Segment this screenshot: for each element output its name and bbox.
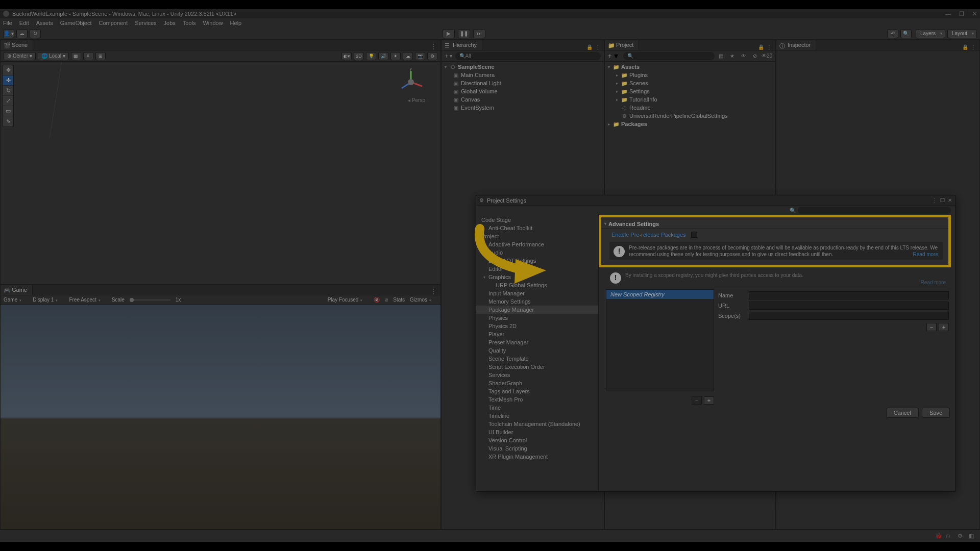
- gizmos-toggle[interactable]: Gizmos: [410, 297, 437, 303]
- menu-file[interactable]: File: [3, 20, 12, 26]
- hierarchy-tab[interactable]: ☰ Hierarchy: [442, 40, 482, 50]
- menu-window[interactable]: Window: [203, 20, 223, 26]
- read-more-link[interactable]: Read more: [913, 252, 938, 258]
- grid-icon[interactable]: ▦: [71, 52, 81, 60]
- modal-close-button[interactable]: ✕: [948, 197, 952, 203]
- settings-category-graphics[interactable]: ▾Graphics: [476, 273, 598, 281]
- settings-category-script-execution-order[interactable]: Script Execution Order: [476, 363, 598, 371]
- settings-category-ui-builder[interactable]: UI Builder: [476, 428, 598, 436]
- advanced-settings-header[interactable]: Advanced Settings: [608, 221, 659, 227]
- inspector-lock-icon[interactable]: 🔒: [962, 44, 968, 50]
- menu-help[interactable]: Help: [230, 20, 242, 26]
- project-asset[interactable]: ⚙UniversalRenderPipelineGlobalSettings: [605, 112, 775, 120]
- scene-viewport[interactable]: ✥ ✛ ↻ ⤢ ▭ ✎: [1, 62, 440, 284]
- read-more-link[interactable]: Read more: [921, 280, 946, 285]
- step-button[interactable]: ⏭: [473, 29, 485, 38]
- inspector-context-menu[interactable]: ⋮: [970, 44, 976, 50]
- project-folder[interactable]: ▸📁Scenes: [605, 79, 775, 87]
- gizmo-menu-icon[interactable]: ⚙: [427, 52, 437, 60]
- registry-name-input[interactable]: [749, 291, 949, 299]
- fx-icon[interactable]: ✦: [390, 52, 401, 60]
- hierarchy-search-input[interactable]: 🔍 All: [455, 52, 601, 60]
- draw-mode[interactable]: ◐▾: [341, 52, 352, 60]
- perspective-label[interactable]: ◂ Persp: [408, 97, 425, 103]
- 2d-toggle[interactable]: 2D: [354, 52, 364, 60]
- settings-category-player[interactable]: Player: [476, 330, 598, 338]
- game-viewport[interactable]: [1, 305, 440, 529]
- settings-category-version-control[interactable]: Version Control: [476, 436, 598, 444]
- settings-category-textmesh-pro[interactable]: TextMesh Pro: [476, 395, 598, 404]
- hierarchy-context-menu[interactable]: ⋮: [595, 44, 601, 50]
- scene-root[interactable]: ▾⎔SampleScene: [442, 63, 604, 71]
- hierarchy-add-button[interactable]: +: [445, 52, 449, 60]
- hierarchy-item[interactable]: ▣Canvas: [442, 95, 604, 104]
- stats-toggle[interactable]: Stats: [393, 297, 405, 303]
- enable-prerelease-checkbox[interactable]: [691, 232, 697, 238]
- filter-icon[interactable]: ▤: [717, 53, 726, 60]
- menu-jobs[interactable]: Jobs: [164, 20, 176, 26]
- display-dropdown[interactable]: Display 1: [33, 297, 64, 303]
- game-context-menu[interactable]: ⋮: [430, 288, 436, 295]
- audio-icon[interactable]: 🔊: [378, 52, 388, 60]
- settings-category-timeline[interactable]: Timeline: [476, 412, 598, 420]
- settings-category-memory-settings[interactable]: Memory Settings: [476, 297, 598, 306]
- menu-edit[interactable]: Edit: [19, 20, 29, 26]
- history-button[interactable]: ↻: [30, 29, 41, 38]
- account-button[interactable]: 👤 ▾: [3, 29, 14, 38]
- add-registry-button[interactable]: +: [704, 396, 714, 405]
- menu-assets[interactable]: Assets: [36, 20, 53, 26]
- settings-category-urp-global-settings[interactable]: URP Global Settings: [476, 281, 598, 289]
- aspect-dropdown[interactable]: Free Aspect: [69, 297, 106, 303]
- layers-dropdown[interactable]: Layers: [916, 29, 945, 38]
- project-lock-icon[interactable]: 🔒: [758, 44, 764, 50]
- project-context-menu[interactable]: ⋮: [766, 44, 772, 50]
- global-search-icon[interactable]: 🔍: [900, 29, 912, 38]
- packages-root[interactable]: ▸📁Packages: [605, 120, 775, 128]
- settings-category-physics-2d[interactable]: Physics 2D: [476, 322, 598, 330]
- project-search-input[interactable]: 🔍: [623, 52, 715, 60]
- scale-slider[interactable]: [130, 299, 170, 300]
- settings-category-project[interactable]: ▾Project: [476, 232, 598, 240]
- cloud-fx-icon[interactable]: ☁: [403, 52, 413, 60]
- maximize-button[interactable]: ❐: [959, 11, 964, 17]
- project-folder[interactable]: ▸📁TutorialInfo: [605, 95, 775, 104]
- pause-button[interactable]: ❚❚: [458, 29, 470, 38]
- vsync-icon[interactable]: ⎚: [385, 297, 388, 303]
- modal-maximize-button[interactable]: ❐: [940, 197, 945, 203]
- remove-registry-button[interactable]: −: [692, 396, 702, 405]
- play-button[interactable]: ▶: [443, 29, 455, 38]
- status-icon[interactable]: 🐞: [935, 533, 942, 540]
- coord-mode[interactable]: 🌐 Local ▾: [38, 52, 69, 60]
- assets-root[interactable]: ▾📁Assets: [605, 63, 775, 71]
- enable-prerelease-label[interactable]: Enable Pre-release Packages: [611, 232, 686, 238]
- settings-category-shadergraph[interactable]: ShaderGraph: [476, 379, 598, 387]
- hierarchy-item[interactable]: ▣Main Camera: [442, 71, 604, 79]
- hierarchy-item[interactable]: ▣Global Volume: [442, 87, 604, 95]
- menu-services[interactable]: Services: [135, 20, 156, 26]
- minimize-button[interactable]: —: [945, 11, 951, 17]
- save-button[interactable]: Save: [922, 408, 950, 418]
- project-asset[interactable]: ◎Readme: [605, 104, 775, 112]
- close-button[interactable]: ✕: [972, 11, 977, 17]
- inspector-tab[interactable]: ⓘ Inspector: [776, 40, 816, 50]
- project-folder[interactable]: ▸📁Plugins: [605, 71, 775, 79]
- settings-category-toolchain-management-standalone-[interactable]: Toolchain Management (Standalone): [476, 420, 598, 428]
- mute-icon[interactable]: 🔇: [374, 297, 380, 303]
- settings-category-adaptive-performance[interactable]: Adaptive Performance: [476, 240, 598, 248]
- status-icon[interactable]: ◧: [969, 533, 976, 540]
- layout-dropdown[interactable]: Layout: [947, 29, 977, 38]
- settings-category-visual-scripting[interactable]: Visual Scripting: [476, 444, 598, 453]
- orientation-gizmo-icon[interactable]: y: [396, 67, 426, 97]
- menu-gameobject[interactable]: GameObject: [60, 20, 92, 26]
- project-add-button[interactable]: +: [608, 52, 612, 60]
- scene-context-menu[interactable]: ⋮: [430, 43, 436, 50]
- settings-category-package-manager[interactable]: Package Manager: [476, 306, 598, 314]
- settings-category-code-stage[interactable]: Code Stage: [476, 216, 598, 224]
- settings-category-burst-aot-settings[interactable]: Burst AOT Settings: [476, 257, 598, 265]
- snap-increment-icon[interactable]: ⊞: [95, 52, 106, 60]
- settings-category-scene-template[interactable]: Scene Template: [476, 355, 598, 363]
- snap-icon[interactable]: ⌗: [83, 52, 93, 60]
- settings-category-tags-and-layers[interactable]: Tags and Layers: [476, 387, 598, 395]
- remove-scope-button[interactable]: −: [926, 323, 937, 331]
- hierarchy-lock-icon[interactable]: 🔒: [586, 44, 593, 50]
